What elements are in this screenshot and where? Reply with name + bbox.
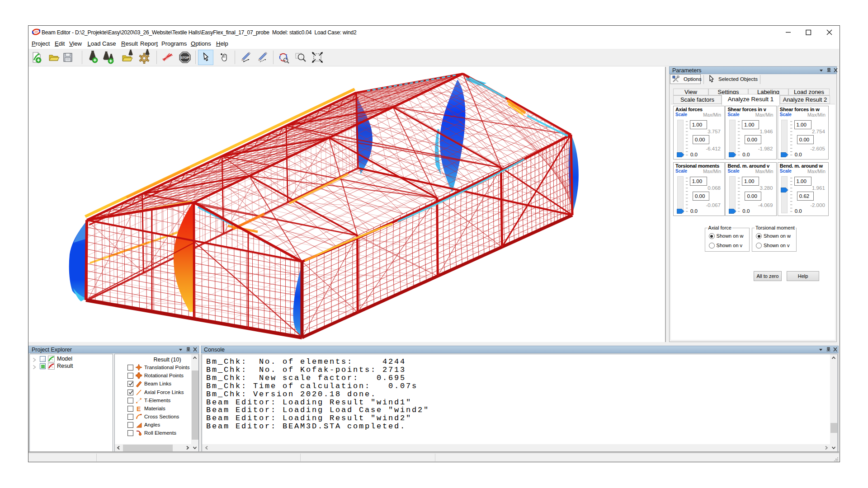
svg-text:E: E	[137, 405, 141, 412]
svg-text:STOP: STOP	[181, 56, 189, 59]
